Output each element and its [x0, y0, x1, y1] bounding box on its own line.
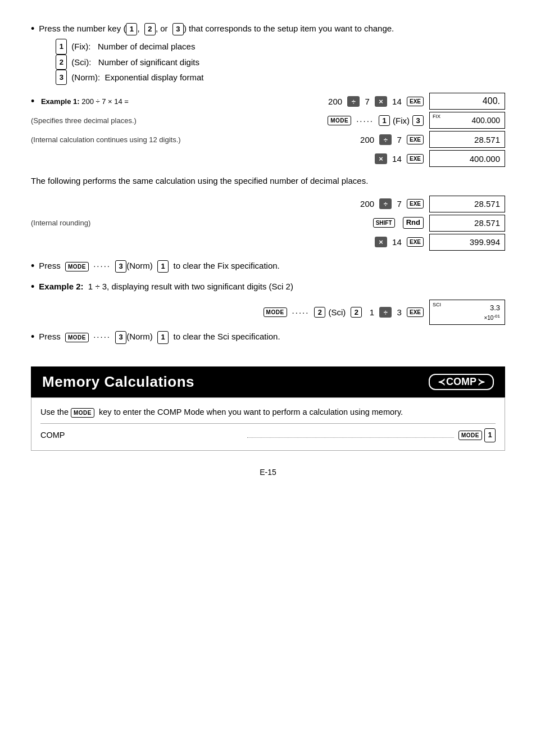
norm-label: (Norm): Exponential display format — [71, 70, 203, 85]
key-2-sci2: 2 — [351, 307, 362, 318]
key-fix: 1 — [56, 39, 67, 54]
example1-calc-row2: MODE ····· 1 (Fix) 3 — [216, 115, 429, 126]
key-2-sci: 2 — [314, 307, 325, 318]
bullet-clear-fix: • Press MODE ····· 3(Norm) 1 to clear th… — [31, 260, 505, 273]
block2-row1: 200 ÷ 7 EXE 28.571 — [31, 196, 505, 212]
example1-label: Example 1: — [41, 97, 80, 106]
fix-label-result: FIX — [433, 114, 440, 119]
key-exe-1: EXE — [407, 97, 424, 106]
bullet-clear-sci-text: Press MODE ····· 3(Norm) 1 to clear the … — [39, 331, 280, 343]
key-3-norm1: 3 — [115, 260, 126, 273]
sci-exp: ×10-01 — [434, 313, 500, 322]
block2-calc3: × 14 EXE — [216, 237, 429, 247]
bullet-example2-text: Example 2: 1 ÷ 3, displaying result with… — [39, 280, 293, 292]
example1-heading-row: • Example 1: 200 ÷ 7 × 14 = 200 ÷ 7 × 14… — [31, 93, 505, 110]
bullet-example2: • Example 2: 1 ÷ 3, displaying result wi… — [31, 280, 505, 293]
key-1: 1 — [126, 23, 137, 35]
key-exe-4: EXE — [407, 199, 424, 209]
example2-label: Example 2: — [39, 282, 83, 291]
comp-badge: ≺ COMP ≻ — [429, 374, 494, 390]
result-2: FIX 400.000 — [429, 112, 505, 129]
dots-1: ····· — [356, 116, 374, 125]
key-3: 3 — [172, 23, 184, 35]
example1-heading: • Example 1: 200 ÷ 7 × 14 = — [31, 95, 216, 108]
block2-result3: 399.994 — [429, 234, 505, 251]
divide-icon-4: ÷ — [379, 307, 392, 318]
multiply-icon-2: × — [375, 153, 387, 164]
result-3: 28.571 — [429, 131, 505, 148]
key-exe-2: EXE — [407, 135, 424, 144]
comp-row-dots — [247, 432, 454, 438]
key-1-norm1: 1 — [157, 260, 169, 273]
key-3-norm2: 3 — [115, 331, 126, 343]
dots-2: ····· — [93, 261, 111, 270]
example1-calc-row1: 200 ÷ 7 × 14 EXE — [216, 96, 429, 107]
paragraph-1: The following performs the same calculat… — [31, 175, 505, 188]
bullet-dot-3: • — [31, 331, 34, 343]
example1-calc-row4: × 14 EXE — [216, 153, 429, 164]
example1-note3: (Internal calculation continues using 12… — [31, 135, 216, 144]
info-box-comp-row: COMP MODE 1 — [40, 423, 496, 442]
info-box: Use the MODE key to enter the COMP Mode … — [31, 397, 505, 451]
sub-item-norm: 3 (Norm): Exponential display format — [56, 70, 394, 85]
key-mode-2: MODE — [65, 262, 89, 271]
page-number: E-15 — [31, 468, 505, 477]
key-exe-3: EXE — [407, 154, 424, 164]
divide-icon-2: ÷ — [379, 134, 392, 145]
example1-note2: (Specifies three decimal places.) — [31, 116, 216, 125]
sub-item-sci: 2 (Sci): Number of significant digits — [56, 55, 394, 70]
block2-result1: 28.571 — [429, 196, 505, 212]
memory-header: Memory Calculations ≺ COMP ≻ — [31, 366, 505, 397]
block2-row2: (Internal rounding) SHIFT Rnd 28.571 — [31, 215, 505, 232]
key-sci: 2 — [56, 55, 67, 70]
key-norm: 3 — [56, 70, 67, 85]
example2-calc: MODE ····· 2(Sci) 2 1 ÷ 3 EXE — [216, 307, 429, 318]
sci-label: (Sci): Number of significant digits — [71, 55, 199, 70]
key-1-norm2: 1 — [157, 331, 169, 343]
key-rnd: Rnd — [403, 217, 424, 229]
example1-calc-row3: 200 ÷ 7 EXE — [216, 134, 429, 145]
block2-row3: × 14 EXE 399.994 — [31, 234, 505, 251]
sub-item-fix: 1 (Fix): Number of decimal places — [56, 39, 394, 54]
block2-calc1: 200 ÷ 7 EXE — [216, 198, 429, 209]
key-3-fix: 3 — [412, 115, 424, 126]
bullet-dot-1: • — [31, 22, 34, 35]
key-mode-comp: MODE — [458, 431, 482, 440]
example2-result: SCI 3.3 ×10-01 — [429, 300, 505, 325]
key-exe-5: EXE — [407, 237, 424, 247]
multiply-icon-1: × — [375, 96, 387, 107]
sub-list: 1 (Fix): Number of decimal places 2 (Sci… — [56, 39, 394, 85]
block2-result2: 28.571 — [429, 215, 505, 232]
bullet-clear-sci: • Press MODE ····· 3(Norm) 1 to clear th… — [31, 331, 505, 343]
key-shift: SHIFT — [373, 218, 395, 228]
block2-note2: (Internal rounding) — [31, 219, 216, 227]
sci-label-result: SCI — [433, 301, 441, 309]
example1-row4: × 14 EXE 400.000 — [31, 150, 505, 167]
key-2: 2 — [144, 23, 156, 35]
info-box-text: Use the MODE key to enter the COMP Mode … — [40, 406, 496, 419]
comp-left-arrow: ≺ — [438, 377, 445, 387]
key-mode-3: MODE — [264, 307, 287, 317]
bullet-dot-ex1: • — [31, 95, 34, 108]
bullet-clear-fix-text: Press MODE ····· 3(Norm) 1 to clear the … — [39, 260, 279, 273]
result-1: 400. — [429, 93, 505, 110]
example1-row2: (Specifies three decimal places.) MODE ·… — [31, 112, 505, 129]
bullet-dot-ex2: • — [31, 280, 34, 293]
multiply-icon-3: × — [375, 237, 387, 247]
example2-row: MODE ····· 2(Sci) 2 1 ÷ 3 EXE SCI 3.3 ×1… — [31, 300, 505, 325]
memory-title: Memory Calculations — [42, 373, 194, 391]
key-1-comp: 1 — [484, 428, 496, 442]
comp-badge-text: COMP — [446, 376, 476, 388]
key-mode-info: MODE — [71, 408, 94, 418]
bullet-1-text: Press the number key (1, 2, or 3) that c… — [39, 22, 394, 85]
bullet-dot-2: • — [31, 260, 34, 273]
fix-paren: (Fix) — [393, 116, 410, 125]
comp-right-arrow: ≻ — [478, 377, 485, 387]
key-exe-6: EXE — [407, 307, 424, 317]
block2-calc2: SHIFT Rnd — [216, 217, 429, 229]
divide-icon-3: ÷ — [379, 198, 392, 209]
sci-sup: -01 — [493, 314, 500, 319]
divide-icon-1: ÷ — [347, 96, 360, 107]
key-1-fix: 1 — [379, 115, 390, 126]
key-mode-4: MODE — [65, 333, 89, 342]
